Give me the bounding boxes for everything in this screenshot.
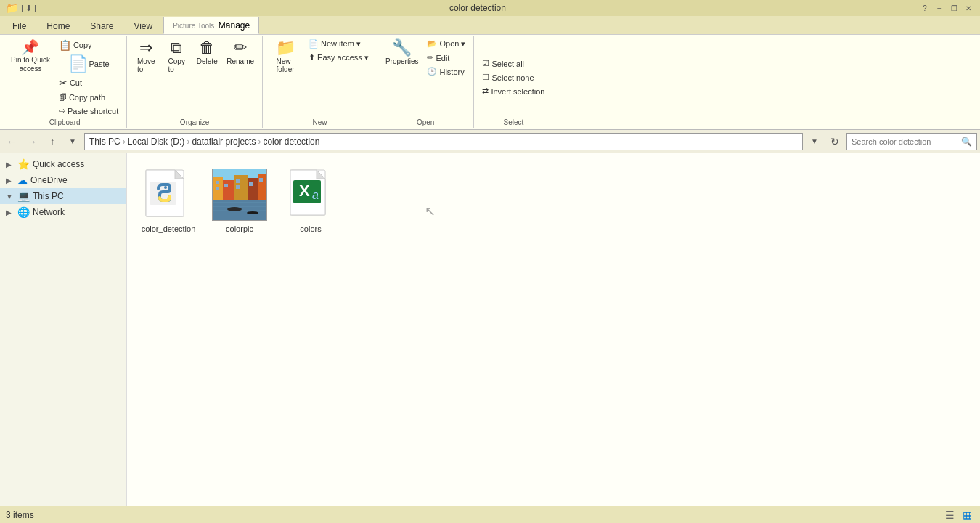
open-label: Open: [382, 117, 470, 126]
breadcrumb-this-pc[interactable]: This PC: [89, 137, 121, 147]
breadcrumb-dataflair[interactable]: dataflair projects: [192, 137, 256, 147]
main-area: ▶ ⭐ Quick access ▶ ☁ OneDrive ▼ 💻 This P…: [0, 153, 980, 506]
properties-button[interactable]: 🔧 Properties: [382, 38, 422, 68]
tab-manage[interactable]: Picture Tools Manage: [163, 17, 259, 34]
svg-rect-18: [249, 182, 253, 186]
help-button[interactable]: ?: [919, 2, 931, 14]
paste-icon: 📄: [68, 56, 88, 72]
close-button[interactable]: ✕: [963, 2, 974, 14]
move-to-button[interactable]: ⇒ Moveto: [131, 38, 160, 76]
list-view-button[interactable]: ☰: [942, 508, 957, 522]
copy-path-button[interactable]: 🗐 Copy path: [55, 92, 122, 103]
select-none-button[interactable]: ☐ Select none: [478, 71, 537, 84]
address-dropdown-button[interactable]: ▼: [806, 133, 823, 150]
svg-rect-11: [248, 178, 258, 200]
easy-access-button[interactable]: ⬆ Easy access ▾: [305, 52, 372, 64]
up-button[interactable]: ↑: [44, 133, 61, 150]
search-box[interactable]: 🔍: [846, 133, 977, 150]
copy-to-icon: ⧉: [171, 40, 182, 56]
sidebar-item-onedrive[interactable]: ▶ ☁ OneDrive: [0, 172, 126, 188]
cut-button[interactable]: ✂ Cut: [55, 76, 122, 90]
easy-access-icon: ⬆: [309, 53, 315, 62]
files-container: color_detection: [136, 162, 971, 238]
address-bar[interactable]: This PC › Local Disk (D:) › dataflair pr…: [84, 133, 803, 150]
quick-access-toolbar: | ⬇ |: [21, 4, 36, 13]
svg-point-23: [227, 207, 242, 211]
cut-icon: ✂: [59, 77, 68, 89]
details-view-button[interactable]: ▦: [960, 508, 974, 522]
select-label: Select: [478, 117, 548, 126]
breadcrumb-local-disk[interactable]: Local Disk (D:): [128, 137, 185, 147]
svg-point-24: [247, 211, 258, 214]
python-file-svg: [142, 169, 195, 221]
edit-button[interactable]: ✏ Edit: [423, 52, 469, 64]
folder-icon: 📁: [6, 2, 18, 14]
history-button[interactable]: 🕒 History: [423, 65, 469, 78]
file-item-color-detection[interactable]: color_detection: [136, 162, 201, 238]
back-button[interactable]: ←: [3, 133, 20, 150]
forward-button[interactable]: →: [23, 133, 41, 150]
title-bar-controls: ? − ❐ ✕: [919, 2, 974, 14]
sidebar-label-onedrive: OneDrive: [30, 175, 68, 185]
file-item-colorpic[interactable]: colorpic: [207, 162, 272, 238]
svg-text:X: X: [299, 182, 310, 200]
this-pc-icon: 💻: [17, 190, 30, 202]
new-folder-button[interactable]: 📁 Newfolder: [267, 38, 303, 76]
delete-button[interactable]: 🗑 Delete: [192, 38, 221, 68]
chevron-icon-network: ▶: [6, 208, 15, 216]
invert-selection-button[interactable]: ⇄ Invert selection: [478, 85, 548, 97]
ribbon-group-clipboard: 📌 Pin to Quickaccess 📋 Copy 📄 Paste ✂ Cu…: [3, 36, 127, 128]
new-item-button[interactable]: 📄 New item ▾: [305, 38, 372, 50]
paste-button[interactable]: 📄 Paste: [55, 54, 122, 74]
sidebar-label-network: Network: [33, 207, 65, 217]
chevron-icon-this-pc: ▼: [6, 192, 15, 200]
rename-button[interactable]: ✏ Rename: [223, 38, 258, 68]
paste-shortcut-button[interactable]: ⇨ Paste shortcut: [55, 105, 122, 117]
copy-path-icon: 🗐: [59, 93, 67, 102]
open-buttons: 🔧 Properties 📂 Open ▾ ✏ Edit 🕒 History: [382, 38, 470, 117]
ribbon: 📌 Pin to Quickaccess 📋 Copy 📄 Paste ✂ Cu…: [0, 35, 980, 130]
sidebar-item-network[interactable]: ▶ 🌐 Network: [0, 204, 126, 220]
clipboard-buttons: 📌 Pin to Quickaccess 📋 Copy 📄 Paste ✂ Cu…: [7, 38, 122, 117]
expand-address-button[interactable]: ▼: [64, 133, 81, 150]
sidebar-item-this-pc[interactable]: ▼ 💻 This PC: [0, 188, 126, 204]
new-folder-icon: 📁: [276, 40, 295, 56]
tab-view[interactable]: View: [124, 17, 162, 34]
title-bar-left: 📁 | ⬇ |: [6, 2, 36, 14]
onedrive-icon: ☁: [17, 174, 28, 186]
paste-shortcut-icon: ⇨: [59, 106, 65, 115]
svg-rect-17: [236, 185, 240, 189]
tab-file[interactable]: File: [3, 17, 36, 34]
open-icon: 📂: [427, 39, 437, 49]
copy-to-button[interactable]: ⧉ Copyto: [162, 38, 191, 76]
file-item-colors[interactable]: X a colors: [278, 162, 343, 238]
navigation-bar: ← → ↑ ▼ This PC › Local Disk (D:) › data…: [0, 130, 980, 153]
ribbon-group-organize: ⇒ Moveto ⧉ Copyto 🗑 Delete ✏ Rename Orga…: [127, 36, 263, 128]
pin-to-quick-access-button[interactable]: 📌 Pin to Quickaccess: [7, 38, 54, 76]
copy-button[interactable]: 📋 Copy: [55, 38, 122, 52]
title-bar-title: color detection: [449, 3, 506, 13]
open-button[interactable]: 📂 Open ▾: [423, 38, 469, 50]
file-name-colors: colors: [300, 224, 321, 233]
ribbon-group-select: ☑ Select all ☐ Select none ⇄ Invert sele…: [474, 36, 552, 128]
restore-button[interactable]: ❐: [948, 2, 960, 14]
move-icon: ⇒: [139, 40, 152, 56]
refresh-button[interactable]: ↻: [826, 133, 844, 150]
search-input[interactable]: [852, 137, 958, 146]
colorpic-thumbnail: [213, 169, 267, 221]
minimize-button[interactable]: −: [934, 2, 945, 14]
search-icon[interactable]: 🔍: [961, 137, 972, 147]
svg-rect-16: [236, 179, 240, 183]
excel-file-icon-container: X a: [283, 167, 338, 222]
quick-access-icon: ⭐: [17, 158, 30, 170]
tab-share[interactable]: Share: [81, 17, 123, 34]
svg-point-4: [164, 186, 167, 189]
copy-icon: 📋: [59, 39, 71, 51]
select-all-button[interactable]: ☑ Select all: [478, 57, 528, 70]
tab-home[interactable]: Home: [37, 17, 79, 34]
items-count: 3 items: [6, 510, 34, 520]
breadcrumb-color-detection[interactable]: color detection: [263, 137, 319, 147]
sidebar-item-quick-access[interactable]: ▶ ⭐ Quick access: [0, 156, 126, 172]
python-file-icon-container: [141, 167, 196, 222]
pin-icon: 📌: [21, 40, 39, 54]
